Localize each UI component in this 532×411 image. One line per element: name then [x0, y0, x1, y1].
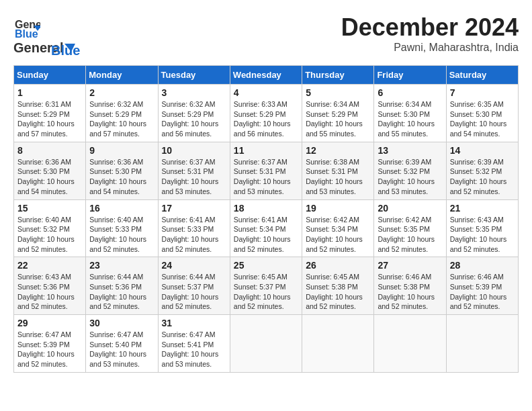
day-number: 8: [17, 145, 82, 156]
calendar-cell: 13Sunrise: 6:39 AM Sunset: 5:32 PM Dayli…: [374, 142, 446, 199]
day-info: Sunrise: 6:47 AM Sunset: 5:39 PM Dayligh…: [17, 330, 82, 369]
page-header: General Blue General Blue December 2024 …: [13, 13, 519, 58]
calendar-week-1: 1Sunrise: 6:31 AM Sunset: 5:29 PM Daylig…: [14, 85, 519, 142]
day-number: 31: [162, 318, 226, 328]
day-info: Sunrise: 6:40 AM Sunset: 5:33 PM Dayligh…: [89, 215, 154, 255]
day-info: Sunrise: 6:45 AM Sunset: 5:37 PM Dayligh…: [234, 272, 298, 312]
day-number: 3: [162, 87, 226, 98]
day-info: Sunrise: 6:35 AM Sunset: 5:30 PM Dayligh…: [450, 99, 515, 139]
calendar-cell: [374, 315, 446, 373]
day-info: Sunrise: 6:36 AM Sunset: 5:30 PM Dayligh…: [89, 157, 154, 197]
day-number: 26: [306, 260, 370, 271]
day-number: 30: [89, 318, 154, 328]
day-info: Sunrise: 6:34 AM Sunset: 5:30 PM Dayligh…: [378, 99, 442, 139]
calendar-cell: 21Sunrise: 6:43 AM Sunset: 5:35 PM Dayli…: [446, 199, 518, 257]
calendar-cell: 25Sunrise: 6:45 AM Sunset: 5:37 PM Dayli…: [230, 257, 302, 315]
day-number: 11: [234, 145, 298, 156]
header-cell-saturday: Saturday: [446, 66, 518, 85]
day-number: 12: [306, 145, 370, 156]
day-number: 14: [450, 145, 515, 156]
day-number: 9: [89, 145, 154, 156]
logo: General Blue General Blue: [13, 13, 80, 58]
calendar-cell: 3Sunrise: 6:32 AM Sunset: 5:29 PM Daylig…: [158, 85, 230, 142]
day-info: Sunrise: 6:43 AM Sunset: 5:36 PM Dayligh…: [17, 272, 82, 312]
calendar-cell: 5Sunrise: 6:34 AM Sunset: 5:29 PM Daylig…: [302, 85, 374, 142]
calendar-cell: 28Sunrise: 6:46 AM Sunset: 5:39 PM Dayli…: [446, 257, 518, 315]
day-info: Sunrise: 6:42 AM Sunset: 5:34 PM Dayligh…: [306, 215, 370, 255]
day-info: Sunrise: 6:44 AM Sunset: 5:36 PM Dayligh…: [89, 272, 154, 312]
calendar-cell: 15Sunrise: 6:40 AM Sunset: 5:32 PM Dayli…: [14, 199, 86, 257]
calendar-cell: 1Sunrise: 6:31 AM Sunset: 5:29 PM Daylig…: [14, 85, 86, 142]
day-number: 15: [17, 203, 82, 214]
day-info: Sunrise: 6:39 AM Sunset: 5:32 PM Dayligh…: [450, 157, 515, 197]
header-cell-sunday: Sunday: [14, 66, 86, 85]
day-number: 29: [17, 318, 82, 328]
logo-blue: Blue: [51, 43, 80, 58]
day-info: Sunrise: 6:34 AM Sunset: 5:29 PM Dayligh…: [306, 99, 370, 139]
calendar-cell: 31Sunrise: 6:47 AM Sunset: 5:41 PM Dayli…: [158, 315, 230, 373]
day-number: 28: [450, 260, 515, 271]
subtitle: Pawni, Maharashtra, India: [341, 42, 519, 54]
calendar-cell: [302, 315, 374, 373]
calendar-cell: 2Sunrise: 6:32 AM Sunset: 5:29 PM Daylig…: [86, 85, 158, 142]
calendar-cell: [230, 315, 302, 373]
calendar-cell: 6Sunrise: 6:34 AM Sunset: 5:30 PM Daylig…: [374, 85, 446, 142]
header-row: SundayMondayTuesdayWednesdayThursdayFrid…: [14, 66, 519, 85]
day-info: Sunrise: 6:43 AM Sunset: 5:35 PM Dayligh…: [450, 215, 515, 255]
calendar-cell: 12Sunrise: 6:38 AM Sunset: 5:31 PM Dayli…: [302, 142, 374, 199]
day-number: 16: [89, 203, 154, 214]
calendar-week-5: 29Sunrise: 6:47 AM Sunset: 5:39 PM Dayli…: [14, 315, 519, 373]
day-number: 4: [234, 87, 298, 98]
calendar-cell: 29Sunrise: 6:47 AM Sunset: 5:39 PM Dayli…: [14, 315, 86, 373]
calendar-cell: 9Sunrise: 6:36 AM Sunset: 5:30 PM Daylig…: [86, 142, 158, 199]
day-info: Sunrise: 6:38 AM Sunset: 5:31 PM Dayligh…: [306, 157, 370, 197]
calendar-week-2: 8Sunrise: 6:36 AM Sunset: 5:30 PM Daylig…: [14, 142, 519, 199]
calendar-cell: 17Sunrise: 6:41 AM Sunset: 5:33 PM Dayli…: [158, 199, 230, 257]
day-number: 17: [162, 203, 226, 214]
day-number: 2: [89, 87, 154, 98]
day-number: 20: [378, 203, 442, 214]
calendar-header: SundayMondayTuesdayWednesdayThursdayFrid…: [14, 66, 519, 85]
day-info: Sunrise: 6:31 AM Sunset: 5:29 PM Dayligh…: [17, 99, 82, 139]
header-cell-wednesday: Wednesday: [230, 66, 302, 85]
header-cell-friday: Friday: [374, 66, 446, 85]
calendar-week-3: 15Sunrise: 6:40 AM Sunset: 5:32 PM Dayli…: [14, 199, 519, 257]
day-info: Sunrise: 6:32 AM Sunset: 5:29 PM Dayligh…: [89, 99, 154, 139]
calendar-cell: 11Sunrise: 6:37 AM Sunset: 5:31 PM Dayli…: [230, 142, 302, 199]
main-title: December 2024: [341, 13, 519, 42]
day-info: Sunrise: 6:32 AM Sunset: 5:29 PM Dayligh…: [162, 99, 226, 139]
day-info: Sunrise: 6:41 AM Sunset: 5:34 PM Dayligh…: [234, 215, 298, 255]
calendar-cell: 8Sunrise: 6:36 AM Sunset: 5:30 PM Daylig…: [14, 142, 86, 199]
day-info: Sunrise: 6:37 AM Sunset: 5:31 PM Dayligh…: [234, 157, 298, 197]
day-info: Sunrise: 6:42 AM Sunset: 5:35 PM Dayligh…: [378, 215, 442, 255]
calendar-cell: 10Sunrise: 6:37 AM Sunset: 5:31 PM Dayli…: [158, 142, 230, 199]
calendar-cell: 24Sunrise: 6:44 AM Sunset: 5:37 PM Dayli…: [158, 257, 230, 315]
day-info: Sunrise: 6:39 AM Sunset: 5:32 PM Dayligh…: [378, 157, 442, 197]
calendar-cell: 18Sunrise: 6:41 AM Sunset: 5:34 PM Dayli…: [230, 199, 302, 257]
calendar-table: SundayMondayTuesdayWednesdayThursdayFrid…: [13, 65, 519, 373]
svg-text:Blue: Blue: [15, 28, 38, 40]
day-info: Sunrise: 6:47 AM Sunset: 5:41 PM Dayligh…: [162, 330, 226, 369]
day-number: 23: [89, 260, 154, 271]
calendar-cell: 14Sunrise: 6:39 AM Sunset: 5:32 PM Dayli…: [446, 142, 518, 199]
calendar-cell: 16Sunrise: 6:40 AM Sunset: 5:33 PM Dayli…: [86, 199, 158, 257]
day-info: Sunrise: 6:45 AM Sunset: 5:38 PM Dayligh…: [306, 272, 370, 312]
day-number: 24: [162, 260, 226, 271]
header-cell-thursday: Thursday: [302, 66, 374, 85]
day-info: Sunrise: 6:36 AM Sunset: 5:30 PM Dayligh…: [17, 157, 82, 197]
calendar-cell: 27Sunrise: 6:46 AM Sunset: 5:38 PM Dayli…: [374, 257, 446, 315]
calendar-cell: [446, 315, 518, 373]
day-number: 27: [378, 260, 442, 271]
day-number: 10: [162, 145, 226, 156]
day-number: 5: [306, 87, 370, 98]
calendar-cell: 20Sunrise: 6:42 AM Sunset: 5:35 PM Dayli…: [374, 199, 446, 257]
day-number: 21: [450, 203, 515, 214]
calendar-body: 1Sunrise: 6:31 AM Sunset: 5:29 PM Daylig…: [14, 85, 519, 373]
day-info: Sunrise: 6:37 AM Sunset: 5:31 PM Dayligh…: [162, 157, 226, 197]
calendar-week-4: 22Sunrise: 6:43 AM Sunset: 5:36 PM Dayli…: [14, 257, 519, 315]
day-info: Sunrise: 6:40 AM Sunset: 5:32 PM Dayligh…: [17, 215, 82, 255]
title-area: December 2024 Pawni, Maharashtra, India: [341, 13, 519, 54]
day-info: Sunrise: 6:47 AM Sunset: 5:40 PM Dayligh…: [89, 330, 154, 369]
calendar-cell: 26Sunrise: 6:45 AM Sunset: 5:38 PM Dayli…: [302, 257, 374, 315]
day-number: 19: [306, 203, 370, 214]
